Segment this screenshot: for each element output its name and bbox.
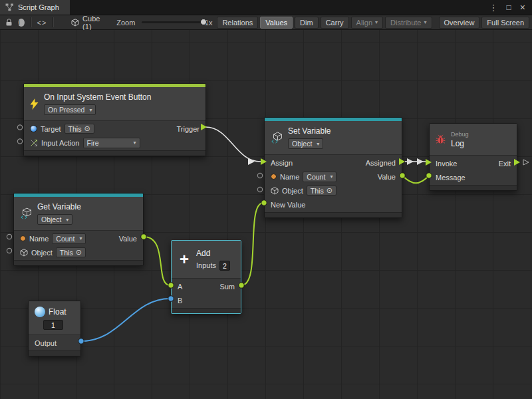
string-port-icon [271, 174, 277, 180]
info-icon[interactable] [18, 19, 25, 27]
bug-icon [436, 134, 446, 144]
float-value-field[interactable]: 1 [43, 320, 63, 330]
a-sum-row: A Sum [172, 279, 241, 293]
message-label: Message [436, 174, 466, 182]
name-label: Name [29, 235, 49, 243]
set-name-port[interactable] [257, 173, 262, 178]
variable-name-dropdown[interactable]: Count [303, 172, 336, 182]
code-view-icon[interactable] [37, 19, 47, 27]
lightning-icon [30, 98, 39, 110]
node-title: Log [451, 139, 464, 148]
values-button[interactable]: Values [260, 17, 293, 29]
input-action-icon [30, 139, 38, 147]
wire-trigger-assign[interactable] [205, 127, 261, 162]
distribute-button[interactable]: Distribute [385, 17, 432, 29]
node-header: Set Variable Object [265, 121, 402, 155]
overview-button[interactable]: Overview [439, 17, 480, 29]
trigger-label: Trigger [177, 125, 200, 133]
name-row: Name Count Value [265, 170, 402, 184]
fullscreen-button[interactable]: Full Screen [481, 17, 529, 29]
node-header: Get Variable Object [14, 197, 143, 231]
invoke-row: Invoke Exit [430, 156, 517, 170]
graph-target-label: Cube (1) [82, 15, 103, 31]
message-row: Message [430, 170, 517, 184]
maximize-icon[interactable] [507, 3, 511, 11]
node-footer [430, 185, 517, 190]
tab-script-graph[interactable]: Script Graph [0, 0, 70, 15]
string-port-icon [20, 235, 26, 241]
object-row: Object This [14, 245, 143, 259]
node-float[interactable]: Float 1 Output [28, 301, 81, 356]
name-row: Name Count Value [14, 231, 143, 245]
node-title: Get Variable [37, 202, 81, 211]
wire-getvalue-a[interactable] [144, 237, 170, 285]
variable-cube-icon [271, 132, 283, 144]
dim-button[interactable]: Dim [295, 17, 319, 29]
wire-arrow-icon [248, 158, 255, 165]
variable-scope-dropdown[interactable]: Object [288, 138, 323, 149]
exit-label: Exit [499, 160, 511, 168]
relations-button[interactable]: Relations [217, 17, 258, 29]
node-header: On Input System Event Button On Pressed [24, 87, 205, 121]
plus-icon [178, 251, 191, 267]
node-debug-log[interactable]: Debug Log Invoke Exit Message [429, 123, 517, 191]
object-this-chip[interactable]: This [307, 186, 336, 196]
object-label: Object [282, 187, 303, 195]
node-add[interactable]: Add Inputs 2 A Sum B [171, 240, 241, 314]
player-input-type-icon [30, 125, 37, 132]
wire-float-b[interactable] [81, 299, 170, 341]
input-action-dropdown[interactable]: Fire [83, 138, 140, 148]
assign-row: Assign Assigned [265, 156, 402, 170]
event-action-port[interactable] [17, 139, 22, 144]
target-this-chip[interactable]: This [65, 124, 94, 134]
event-target-port[interactable] [17, 125, 22, 130]
variable-scope-dropdown[interactable]: Object [37, 214, 72, 225]
wire-value-message[interactable] [402, 176, 429, 183]
set-object-port[interactable] [257, 187, 262, 192]
graph-canvas[interactable]: On Input System Event Button On Pressed … [0, 30, 532, 399]
node-header: Float 1 [29, 301, 80, 335]
node-get-variable[interactable]: Get Variable Object Name Count Value Obj… [13, 193, 144, 266]
event-mode-dropdown[interactable]: On Pressed [44, 104, 96, 115]
object-cube-icon [271, 187, 279, 195]
node-set-variable[interactable]: Set Variable Object Assign Assigned Name… [264, 117, 402, 218]
node-on-input-system-event-button[interactable]: On Input System Event Button On Pressed … [23, 83, 206, 156]
value-label: Value [378, 173, 396, 181]
close-icon[interactable] [520, 3, 525, 12]
target-label: Target [41, 125, 61, 133]
object-this-label: This [311, 187, 324, 195]
wire-sum-newvalue[interactable] [241, 203, 263, 285]
node-footer [14, 260, 143, 265]
wire-arrow-icon [407, 158, 414, 165]
new-value-label: New Value [271, 201, 305, 209]
get-object-port[interactable] [7, 248, 11, 253]
graph-target[interactable]: Cube (1) [71, 15, 103, 31]
inputs-count-field[interactable]: 2 [219, 261, 230, 271]
variable-name-dropdown[interactable]: Count [52, 233, 86, 244]
cube-icon [71, 19, 79, 27]
carry-button[interactable]: Carry [321, 17, 349, 29]
node-category: Debug [451, 131, 469, 138]
align-button[interactable]: Align [351, 17, 383, 29]
kebab-menu-icon[interactable] [489, 3, 498, 12]
node-footer [172, 308, 241, 313]
object-this-chip[interactable]: This [56, 247, 86, 257]
node-title: Set Variable [288, 126, 331, 136]
assigned-label: Assigned [366, 159, 396, 167]
node-header: Add Inputs 2 [172, 241, 241, 279]
sum-label: Sum [219, 283, 235, 291]
b-row: B [172, 293, 241, 307]
exit-dangling-arrow-icon [523, 160, 529, 165]
toolbar-separator [53, 17, 53, 27]
zoom-slider[interactable] [142, 21, 200, 23]
lock-icon[interactable] [5, 18, 13, 27]
graph-toolbar: Cube (1) Zoom 1x Relations Values Dim Ca… [0, 15, 532, 30]
title-bar: Script Graph [0, 0, 532, 15]
node-title: Add [196, 249, 210, 258]
node-footer [24, 150, 205, 156]
input-action-label: Input Action [41, 139, 80, 147]
node-title: Float [49, 307, 66, 317]
get-name-port[interactable] [7, 234, 11, 239]
object-cube-icon [20, 249, 28, 257]
node-header: Debug Log [430, 124, 517, 156]
